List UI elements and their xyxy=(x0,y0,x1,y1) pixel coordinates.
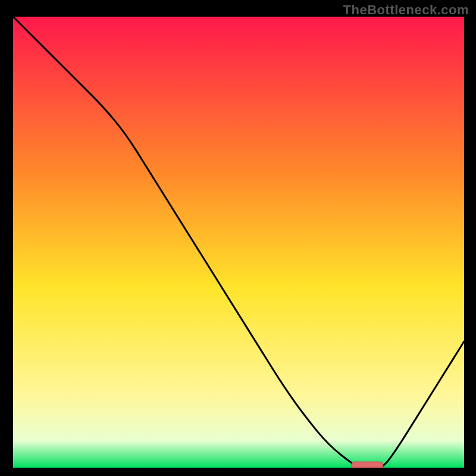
chart-svg xyxy=(13,17,464,468)
chart-outer-frame: TheBottleneck.com xyxy=(0,0,476,476)
watermark-text: TheBottleneck.com xyxy=(343,2,469,18)
plot-area xyxy=(13,17,464,468)
optimum-marker xyxy=(352,462,383,468)
